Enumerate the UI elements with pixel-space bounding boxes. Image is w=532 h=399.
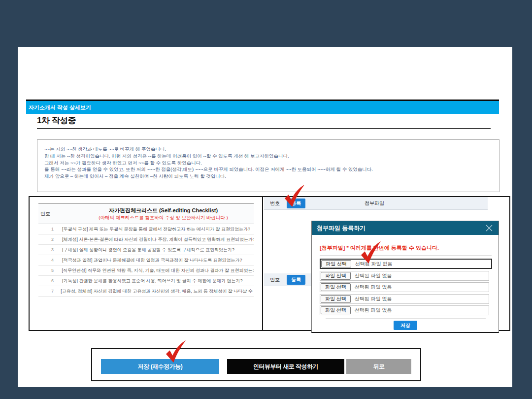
choose-file-button[interactable]: 파일 선택 bbox=[321, 306, 351, 314]
checklist-row-no: 1 bbox=[51, 227, 60, 232]
close-icon[interactable] bbox=[485, 224, 494, 233]
attachment-modal-title: 첨부파일 등록하기 bbox=[317, 224, 485, 233]
draft-textarea[interactable]: ~~는 저의 ~~한 생각과 태도를 ~~로 바꾸게 해 주었습니다. 한 때 … bbox=[37, 139, 499, 192]
checklist-row-no: 4 bbox=[51, 258, 60, 263]
checklist-row: 1 [두괄식 구성] 제목 또는 두괄식 문장을 통해 글에서 전달하고자 하는… bbox=[38, 224, 254, 234]
checklist-row: 5 [직무연관성] 직무와 연관된 역량 즉, 지식, 기술, 태도에 대한 자… bbox=[38, 266, 254, 276]
attachment-modal: 첨부파일 등록하기 [첨부파일] * 여러개를 한번에 등록할 수 있습니다. … bbox=[311, 221, 499, 333]
attachment-file-header: 첨부파일 bbox=[305, 200, 488, 207]
draft-line: 를 통해 ~~라는 성과를 얻을 수 있었고, 또한 저의 ~~~한 점을(생각… bbox=[44, 166, 494, 173]
choose-file-button[interactable]: 파일 선택 bbox=[321, 272, 351, 280]
checklist-row-no: 7 bbox=[51, 289, 59, 294]
checklist-row: 6 [가독성] 간결한 문체를 활용하였고 표준어 사용, 띄어쓰기 및 글자 … bbox=[38, 276, 254, 286]
file-status-text: 선택된 파일 없음 bbox=[355, 284, 392, 291]
page-title: 1차 작성중 bbox=[37, 115, 76, 126]
main-panel: 자기소개서 작성 상세보기 1차 작성중 ~~는 저의 ~~한 생각과 태도를 … bbox=[18, 47, 512, 387]
choose-file-button[interactable]: 파일 선택 bbox=[321, 283, 351, 291]
register-attachment-button[interactable]: 등록 bbox=[287, 199, 305, 208]
checklist-row: 7 [고유성, 정체성] 자신의 경험에 대한 고유성과 자신만의 생각, 배움… bbox=[38, 286, 254, 297]
attachment-no-header: 번호 bbox=[270, 200, 280, 207]
draft-line: 제가 앞으로 – 하는데 있어서 – 점을 계속 실천하며 –한 사람이 되도록… bbox=[44, 173, 494, 180]
modal-divider bbox=[326, 318, 486, 319]
checklist-row-no: 6 bbox=[51, 278, 60, 283]
file-input-row[interactable]: 파일 선택 선택된 파일 없음 bbox=[320, 271, 489, 281]
choose-file-button[interactable]: 파일 선택 bbox=[321, 295, 351, 303]
modal-divider bbox=[320, 255, 492, 256]
checklist-row-text: [고유성, 정체성] 자신의 경험에 대한 고유성과 자신만의 생각, 배움, … bbox=[61, 288, 254, 295]
back-button[interactable]: 뒤로 bbox=[346, 359, 411, 374]
checklist-title: 자가편집체크리스트 (Self-editing Checklist) bbox=[73, 207, 254, 214]
section-divider bbox=[262, 197, 263, 330]
attachment-table-header: 번호 등록 첨부파일 bbox=[264, 197, 488, 210]
checklist-row-text: [체계성] 서론-본론-결론에 따라 자신의 경험이나 주장, 계획이 설득력있… bbox=[62, 236, 254, 243]
modal-save-button[interactable]: 저장 bbox=[394, 321, 417, 330]
checklist-row: 2 [체계성] 서론-본론-결론에 따라 자신의 경험이나 주장, 계획이 설득… bbox=[38, 234, 254, 245]
checklist-rows: 1 [두괄식 구성] 제목 또는 두괄식 문장을 통해 글에서 전달하고자 하는… bbox=[38, 224, 254, 297]
file-input-row[interactable]: 파일 선택 선택된 파일 없음 bbox=[320, 282, 489, 292]
checklist-title-block: 자가편집체크리스트 (Self-editing Checklist) (아래의 … bbox=[73, 207, 254, 221]
checklist-row-text: [적극성과 열정] 과업이나 문제해결에 대한 열정과 극복과정이 잘 나타나도… bbox=[62, 257, 242, 264]
draft-line: 그래서 저는 ~~가 필요하다 생각 하였고 먼저 ~~를 할 수 있도록 하였… bbox=[44, 160, 494, 166]
attachment-notice: [첨부파일] * 여러개를 한번에 등록할 수 있습니다. bbox=[320, 244, 439, 252]
checklist-subtitle: (아래의 체크리스트를 참조하여 수정 및 보완하시기 바랍니다.) bbox=[73, 215, 254, 221]
checklist-row-no: 2 bbox=[51, 237, 60, 242]
checklist-row: 3 [구체성] 실제 상황이나 경험이 오감을 통해 공감할 수 있도록 구체적… bbox=[38, 245, 254, 255]
restart-from-interview-button[interactable]: 인터뷰부터 새로 작성하기 bbox=[227, 359, 344, 374]
checklist-row: 4 [적극성과 열정] 과업이나 문제해결에 대한 열정과 극복과정이 잘 나타… bbox=[38, 255, 254, 266]
choose-file-button[interactable]: 파일 선택 bbox=[321, 260, 351, 267]
file-status-text: 선택된 파일 없음 bbox=[355, 261, 393, 267]
draft-line: ~~는 저의 ~~한 생각과 태도를 ~~로 바꾸게 해 주었습니다. bbox=[44, 146, 494, 153]
register-attachment2-button[interactable]: 등록 bbox=[287, 275, 305, 285]
draft-line: 한 때 저는 --한 성격이였습니다. 이런 저의 성격은 --를 하는데 어려… bbox=[44, 153, 494, 160]
save-draft-button[interactable]: 저장 (재수정가능) bbox=[101, 359, 219, 374]
checklist-row-text: [직무연관성] 직무와 연관된 역량 즉, 지식, 기술, 태도에 대한 자신의… bbox=[62, 267, 254, 274]
checklist-row-no: 3 bbox=[51, 247, 60, 252]
file-status-text: 선택된 파일 없음 bbox=[355, 296, 392, 302]
attachment2-no-header: 번호 bbox=[270, 276, 280, 283]
checklist-row-text: [구체성] 실제 상황이나 경험이 오감을 통해 공감할 수 있도록 구체적으로… bbox=[62, 247, 234, 253]
screenshot-stage: 자기소개서 작성 상세보기 1차 작성중 ~~는 저의 ~~한 생각과 태도를 … bbox=[0, 0, 532, 399]
checklist-no-header: 번호 bbox=[38, 210, 73, 217]
file-status-text: 선택된 파일 없음 bbox=[355, 307, 392, 314]
attachment-modal-header: 첨부파일 등록하기 bbox=[312, 221, 499, 235]
file-input-row[interactable]: 파일 선택 선택된 파일 없음 bbox=[320, 294, 489, 304]
checklist-row-no: 5 bbox=[51, 268, 60, 273]
checklist-row-text: [가독성] 간결한 문체를 활용하였고 표준어 사용, 띄어쓰기 및 글자 수 … bbox=[62, 278, 243, 284]
heading-divider bbox=[37, 128, 491, 129]
file-input-row[interactable]: 파일 선택 선택된 파일 없음 bbox=[320, 259, 492, 269]
file-status-text: 선택된 파일 없음 bbox=[355, 272, 392, 279]
detail-view-title-bar: 자기소개서 작성 상세보기 bbox=[26, 100, 499, 114]
file-input-row[interactable]: 파일 선택 선택된 파일 없음 bbox=[320, 305, 489, 315]
checklist-row-text: [두괄식 구성] 제목 또는 두괄식 문장을 통해 글에서 전달하고자 하는 메… bbox=[62, 226, 250, 233]
checklist-header: 번호 자가편집체크리스트 (Self-editing Checklist) (아… bbox=[38, 203, 254, 224]
footer-actions: 저장 (재수정가능) 인터뷰부터 새로 작성하기 뒤로 bbox=[91, 348, 421, 381]
